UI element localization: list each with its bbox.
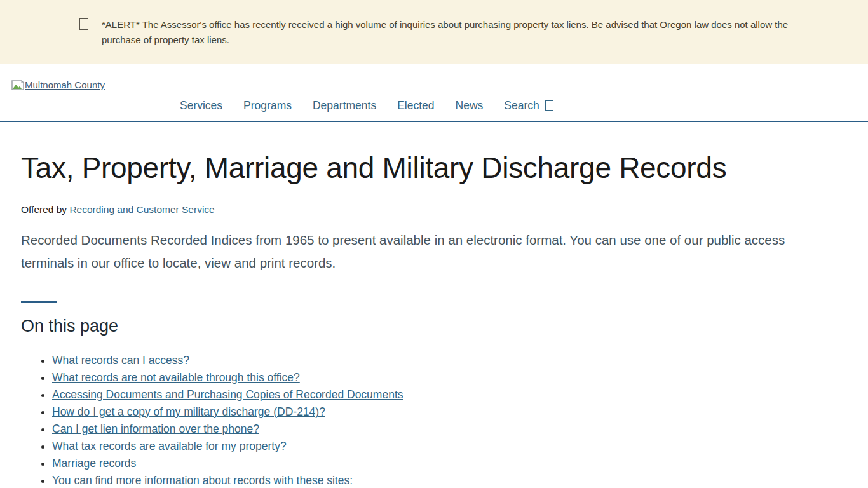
toc-link-accessing-documents[interactable]: Accessing Documents and Purchasing Copie…: [52, 388, 403, 401]
alert-banner: *ALERT* The Assessor's office has recent…: [0, 0, 868, 64]
nav-label: Programs: [243, 99, 292, 112]
alert-text: *ALERT* The Assessor's office has recent…: [102, 17, 791, 48]
nav-label: Search: [504, 99, 539, 112]
nav-label: News: [456, 99, 484, 112]
county-logo-link[interactable]: Multnomah County: [11, 79, 105, 90]
intro-paragraph: Recorded Documents Recorded Indices from…: [21, 229, 828, 274]
nav-item-departments[interactable]: Departments: [313, 99, 376, 112]
nav-label: Departments: [313, 99, 376, 112]
section-divider: [21, 301, 57, 303]
list-item: How do I get a copy of my military disch…: [52, 403, 847, 421]
toc-link-tax-records[interactable]: What tax records are available for my pr…: [52, 440, 287, 452]
toc-link-lien-information[interactable]: Can I get lien information over the phon…: [52, 423, 259, 435]
toc-link-marriage-records[interactable]: Marriage records: [52, 457, 136, 470]
nav-item-services[interactable]: Services: [180, 99, 222, 112]
page-title: Tax, Property, Marriage and Military Dis…: [21, 151, 847, 186]
search-icon: [545, 100, 553, 111]
toc-link-more-information[interactable]: You can find more information about reco…: [52, 474, 353, 487]
list-item: Accessing Documents and Purchasing Copie…: [52, 386, 847, 403]
list-item: Can I get lien information over the phon…: [52, 421, 847, 438]
offered-by-line: Offered by Recording and Customer Servic…: [21, 204, 847, 215]
site-header: Multnomah County Services Programs Depar…: [0, 64, 868, 122]
main-nav: Services Programs Departments Elected Ne…: [180, 99, 868, 112]
toc-link-military-discharge[interactable]: How do I get a copy of my military disch…: [52, 405, 325, 418]
nav-item-programs[interactable]: Programs: [243, 99, 292, 112]
list-item: You can find more information about reco…: [52, 472, 847, 488]
nav-item-elected[interactable]: Elected: [397, 99, 434, 112]
list-item: What records are not available through t…: [52, 369, 847, 386]
list-item: What records can I access?: [52, 352, 847, 369]
nav-label: Elected: [397, 99, 434, 112]
offered-by-prefix: Offered by: [21, 204, 69, 215]
alert-missing-glyph-icon: [79, 18, 88, 30]
list-item: What tax records are available for my pr…: [52, 438, 847, 455]
offered-by-link[interactable]: Recording and Customer Service: [69, 204, 214, 215]
on-this-page-heading: On this page: [21, 316, 847, 336]
nav-label: Services: [180, 99, 222, 112]
list-item: Marriage records: [52, 455, 847, 472]
on-this-page-list: What records can I access? What records …: [21, 352, 847, 488]
toc-link-records-not-available[interactable]: What records are not available through t…: [52, 371, 300, 384]
county-logo-text: Multnomah County: [25, 79, 105, 90]
toc-link-records-access[interactable]: What records can I access?: [52, 354, 189, 367]
broken-image-icon: [11, 80, 24, 90]
nav-item-news[interactable]: News: [456, 99, 484, 112]
main-content: Tax, Property, Marriage and Military Dis…: [0, 151, 868, 488]
nav-item-search[interactable]: Search: [504, 99, 553, 112]
